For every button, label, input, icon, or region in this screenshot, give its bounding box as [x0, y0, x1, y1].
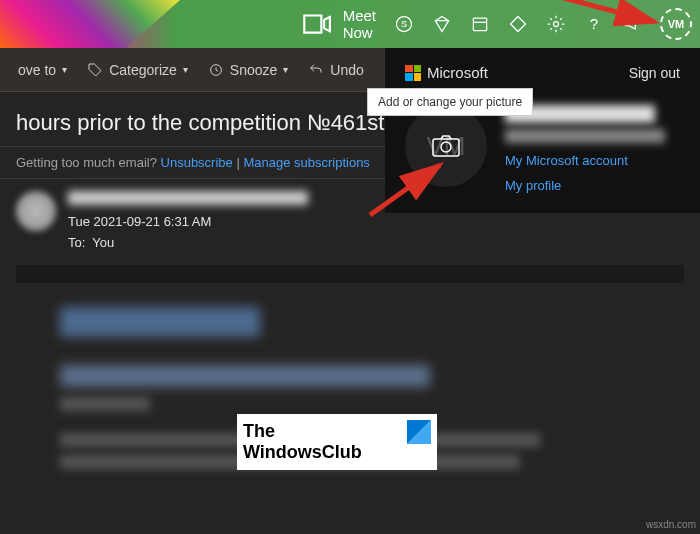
chevron-down-icon: ▾	[283, 64, 288, 75]
meet-now-label: Meet Now	[343, 7, 376, 41]
meet-now-button[interactable]: Meet Now	[300, 7, 376, 41]
body-text-blurred	[60, 397, 150, 411]
my-microsoft-account-link[interactable]: My Microsoft account	[505, 153, 665, 168]
snooze-label: Snooze	[230, 62, 277, 78]
undo-label: Undo	[330, 62, 363, 78]
body-logo-blurred	[60, 307, 260, 337]
annotation-arrow-2	[370, 160, 460, 224]
microsoft-label: Microsoft	[427, 64, 488, 81]
tag-icon[interactable]	[508, 14, 528, 34]
separator: |	[233, 155, 244, 170]
undo-icon	[308, 62, 324, 78]
divider	[16, 265, 684, 283]
categorize-button[interactable]: Categorize▾	[77, 58, 198, 82]
microsoft-logo: Microsoft	[405, 64, 488, 81]
header-decor	[0, 0, 180, 48]
windowsclub-watermark: The WindowsClub	[237, 414, 437, 470]
manage-prefix: Getting too much email?	[16, 155, 161, 170]
avatar-tooltip: Add or change your picture	[367, 88, 533, 116]
page-watermark: wsxdn.com	[646, 519, 696, 530]
move-to-button[interactable]: ove to▾	[8, 58, 77, 82]
svg-point-3	[554, 21, 559, 26]
video-icon	[300, 7, 334, 41]
email-date: Tue 2021-09-21 6:31 AM	[68, 212, 308, 233]
svg-line-9	[370, 165, 440, 215]
chevron-down-icon: ▾	[62, 64, 67, 75]
clock-icon	[208, 62, 224, 78]
twc-line2: WindowsClub	[243, 442, 437, 463]
microsoft-logo-icon	[405, 65, 421, 81]
twc-square-icon	[407, 420, 431, 444]
body-title-blurred	[60, 365, 430, 387]
to-label: To:	[68, 235, 85, 250]
tag-outline-icon	[87, 62, 103, 78]
sender-avatar	[16, 191, 56, 231]
to-value: You	[92, 235, 114, 250]
annotation-arrow-1	[560, 0, 670, 36]
svg-text:S: S	[401, 19, 407, 29]
account-email-blurred	[505, 129, 665, 143]
svg-rect-2	[473, 18, 486, 31]
sign-out-link[interactable]: Sign out	[629, 65, 680, 81]
manage-subscriptions-link[interactable]: Manage subscriptions	[243, 155, 369, 170]
snooze-button[interactable]: Snooze▾	[198, 58, 298, 82]
my-profile-link[interactable]: My profile	[505, 178, 665, 193]
diamond-icon[interactable]	[432, 14, 452, 34]
categorize-label: Categorize	[109, 62, 177, 78]
undo-button[interactable]: Undo	[298, 58, 373, 82]
calendar-icon[interactable]	[470, 14, 490, 34]
skype-icon[interactable]: S	[394, 14, 414, 34]
chevron-down-icon: ▾	[183, 64, 188, 75]
sender-name-blurred	[68, 191, 308, 205]
avatar-initials: VM	[668, 18, 685, 30]
camera-icon	[432, 135, 460, 157]
move-to-label: ove to	[18, 62, 56, 78]
svg-point-7	[441, 142, 451, 152]
svg-line-8	[560, 0, 655, 22]
unsubscribe-link[interactable]: Unsubscribe	[161, 155, 233, 170]
